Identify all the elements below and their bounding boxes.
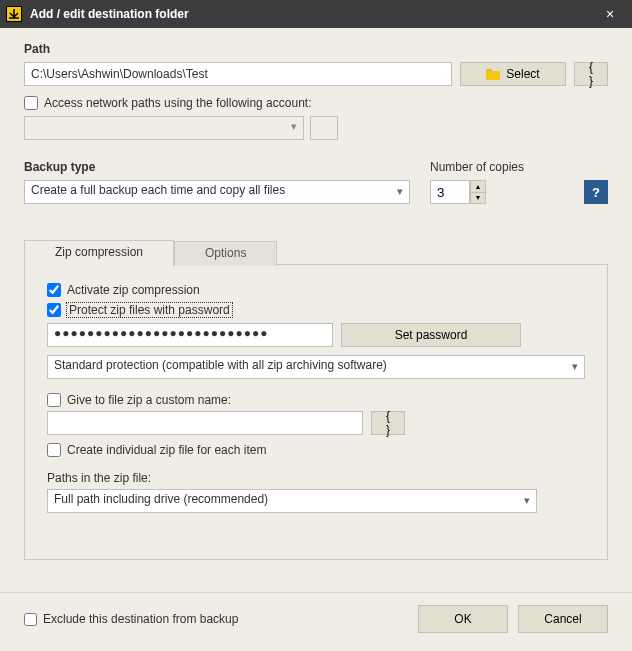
individual-zip-row: Create individual zip file for each item (47, 443, 585, 457)
folder-icon (486, 69, 500, 80)
close-icon[interactable]: × (596, 6, 624, 22)
custom-name-checkbox[interactable] (47, 393, 61, 407)
window-title: Add / edit destination folder (30, 7, 596, 21)
backup-section: Backup type Create a full backup each ti… (24, 160, 608, 204)
paths-combo[interactable]: Full path including drive (recommended) (47, 489, 537, 513)
paths-label: Paths in the zip file: (47, 471, 585, 485)
protect-zip-label: Protect zip files with password (67, 303, 232, 317)
path-variables-button[interactable]: { } (574, 62, 608, 86)
footer-left: Exclude this destination from backup (24, 612, 418, 626)
password-row: ●●●●●●●●●●●●●●●●●●●●●●●●●● Set password (47, 323, 585, 347)
copies-spinner-buttons: ▲ ▼ (470, 180, 486, 204)
copies-col: Number of copies ▲ ▼ (430, 160, 550, 204)
custom-name-input-row: { } (47, 411, 585, 435)
backup-type-value: Create a full backup each time and copy … (31, 183, 285, 197)
custom-name-input[interactable] (47, 411, 363, 435)
dialog-content: Path Select { } Access network paths usi… (0, 28, 632, 560)
backup-type-col: Backup type Create a full backup each ti… (24, 160, 410, 204)
network-account-combo-row (24, 116, 608, 140)
tab-zip-compression[interactable]: Zip compression (24, 240, 174, 266)
dialog-footer: Exclude this destination from backup OK … (0, 592, 632, 651)
select-folder-button[interactable]: Select (460, 62, 566, 86)
copies-up-button[interactable]: ▲ (470, 180, 486, 192)
activate-zip-checkbox[interactable] (47, 283, 61, 297)
help-button[interactable]: ? (584, 180, 608, 204)
custom-name-row: Give to file zip a custom name: (47, 393, 585, 407)
backup-type-label: Backup type (24, 160, 410, 174)
path-input[interactable] (24, 62, 452, 86)
copies-input[interactable] (430, 180, 470, 204)
paths-value: Full path including drive (recommended) (54, 492, 268, 506)
protect-zip-row: Protect zip files with password (47, 303, 585, 317)
app-icon (6, 6, 22, 22)
individual-zip-checkbox[interactable] (47, 443, 61, 457)
network-account-row: Access network paths using the following… (24, 96, 608, 110)
activate-zip-row: Activate zip compression (47, 283, 585, 297)
tab-strip: Zip compression Options (24, 240, 277, 266)
network-account-checkbox[interactable] (24, 96, 38, 110)
custom-name-variables-button[interactable]: { } (371, 411, 405, 435)
copies-spinner: ▲ ▼ (430, 180, 550, 204)
path-row: Select { } (24, 62, 608, 86)
individual-zip-label: Create individual zip file for each item (67, 443, 266, 457)
protect-zip-checkbox[interactable] (47, 303, 61, 317)
exclude-destination-label: Exclude this destination from backup (43, 612, 238, 626)
tab-options[interactable]: Options (174, 241, 277, 266)
backup-type-combo[interactable]: Create a full backup each time and copy … (24, 180, 410, 204)
ok-button[interactable]: OK (418, 605, 508, 633)
tab-panel: Zip compression Options Activate zip com… (24, 264, 608, 560)
select-button-label: Select (506, 67, 539, 81)
cancel-button[interactable]: Cancel (518, 605, 608, 633)
activate-zip-label: Activate zip compression (67, 283, 200, 297)
network-account-browse-button[interactable] (310, 116, 338, 140)
copies-label: Number of copies (430, 160, 550, 174)
path-label: Path (24, 42, 608, 56)
protection-value: Standard protection (compatible with all… (54, 358, 387, 372)
custom-name-label: Give to file zip a custom name: (67, 393, 231, 407)
protection-combo[interactable]: Standard protection (compatible with all… (47, 355, 585, 379)
title-bar: Add / edit destination folder × (0, 0, 632, 28)
exclude-destination-checkbox[interactable] (24, 613, 37, 626)
network-account-label: Access network paths using the following… (44, 96, 311, 110)
copies-down-button[interactable]: ▼ (470, 192, 486, 204)
password-field[interactable]: ●●●●●●●●●●●●●●●●●●●●●●●●●● (47, 323, 333, 347)
network-account-combo[interactable] (24, 116, 304, 140)
set-password-button[interactable]: Set password (341, 323, 521, 347)
